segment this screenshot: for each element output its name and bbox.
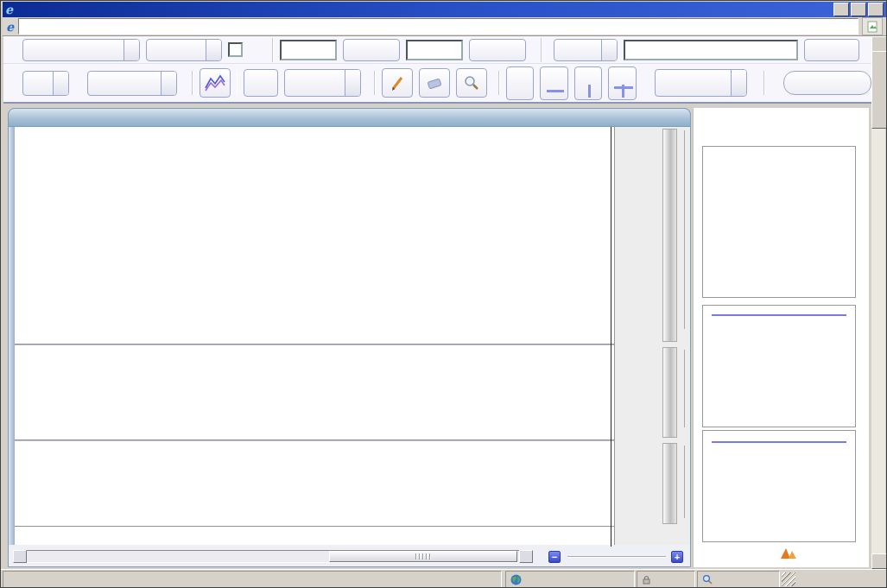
chevron-down-icon[interactable] [161,72,176,95]
zoom-slider-rail [567,556,666,558]
chevron-down-icon[interactable] [124,40,139,60]
minimize-button[interactable] [833,3,849,16]
title-bar: e [3,2,886,17]
zoom-tool-button[interactable] [456,68,487,98]
main-scale-strip[interactable] [662,129,677,342]
chevron-down-icon[interactable] [345,70,360,96]
chevron-down-icon[interactable] [731,70,746,96]
toolbar-row-2 [3,64,871,104]
sell-target-button[interactable] [469,39,526,61]
status-protected-mode[interactable] [637,571,695,588]
ichimoku-underline [712,314,846,316]
main-scale-slider-rail [684,130,685,329]
index-select-value [554,40,601,60]
chevron-down-icon[interactable] [206,40,221,60]
scroll-right-button[interactable] [519,550,533,563]
rsi-underline [712,441,846,443]
status-zone [505,571,635,588]
chevron-down-icon[interactable] [601,40,617,60]
globe-icon [510,574,522,585]
pencil-icon [389,74,406,92]
scale-compare-value [656,70,731,96]
layout-4-button[interactable] [608,66,636,100]
centillion-logo-icon [780,546,797,560]
buy-target-input[interactable] [280,40,337,60]
quote-box [702,146,856,298]
model-select-value [285,70,345,96]
layout-full-button[interactable] [506,66,534,100]
volume-scale-slider-rail [684,350,685,427]
market-select-value [147,40,206,60]
divider [498,71,500,95]
scale-compare-select[interactable] [655,69,747,97]
symbol-select[interactable] [22,39,140,61]
log-scale-button[interactable] [244,69,278,97]
toolbar-row-1 [3,36,871,64]
y-axis-gutter [614,127,690,547]
draw-pencil-button[interactable] [382,68,413,98]
period-select-value [23,72,53,95]
status-zoom[interactable] [697,571,780,588]
status-message [3,571,502,588]
zoom-in-button[interactable]: + [671,551,683,563]
volume-scale-strip[interactable] [662,347,677,438]
chart-left-strip [9,127,15,566]
chart-hscrollbar-thumb[interactable] [329,551,517,562]
divider [374,71,376,95]
lock-icon [642,575,651,585]
scrollbar-thumb[interactable] [871,51,887,129]
zoom-out-button[interactable]: − [548,551,561,563]
close-button[interactable] [868,3,884,16]
divider [272,38,274,62]
eraser-button[interactable] [419,68,450,98]
index-select[interactable] [554,39,618,61]
scrollbar-down-button[interactable] [871,553,887,569]
scrollbar-up-button[interactable] [871,36,887,52]
split-adjust-checkbox[interactable] [228,42,243,57]
divider [192,71,193,95]
divider [763,71,765,95]
search-button[interactable] [804,39,859,61]
rsi-box [702,430,856,542]
v-split-icon [588,85,591,98]
sell-target-input[interactable] [406,40,463,60]
eraser-icon [425,74,444,92]
chevron-down-icon[interactable] [53,72,68,95]
magnifier-icon [702,574,713,585]
url-field[interactable] [18,18,858,35]
rsi-scale-strip[interactable] [662,443,677,524]
zigzag-lines-icon [204,73,226,92]
ie-logo-icon: e [5,3,13,16]
market-select[interactable] [146,39,222,61]
page-icon [866,21,878,33]
h-split-icon [547,90,564,92]
rsi-chart[interactable] [15,442,614,526]
chart-lines-button[interactable] [200,68,231,98]
layout-v2-button[interactable] [574,66,602,100]
page-action-button[interactable] [862,17,883,35]
x-axis-strip [15,528,614,547]
ichimoku-box [702,305,856,427]
divider [541,38,542,62]
main-price-chart[interactable] [15,127,614,344]
scroll-left-button[interactable] [13,550,27,563]
maximize-button[interactable] [851,3,866,16]
search-input[interactable] [624,40,798,60]
address-bar: e [3,17,886,36]
technical-select-value [88,72,161,95]
chart-header [8,108,691,127]
current-date-line [611,127,611,547]
resize-grip[interactable] [782,572,795,586]
buy-target-button[interactable] [343,39,400,61]
volume-chart[interactable] [15,346,614,439]
model-select[interactable] [284,69,362,97]
help-button[interactable] [783,71,871,95]
browser-scrollbar[interactable] [871,36,885,569]
period-select[interactable] [22,71,69,96]
technical-select[interactable] [87,71,177,96]
ie-page-icon: e [6,21,14,33]
cross-split-icon-v [622,85,624,98]
layout-h2-button[interactable] [540,66,567,100]
divider [237,71,238,95]
rsi-scale-slider-rail [684,446,685,518]
